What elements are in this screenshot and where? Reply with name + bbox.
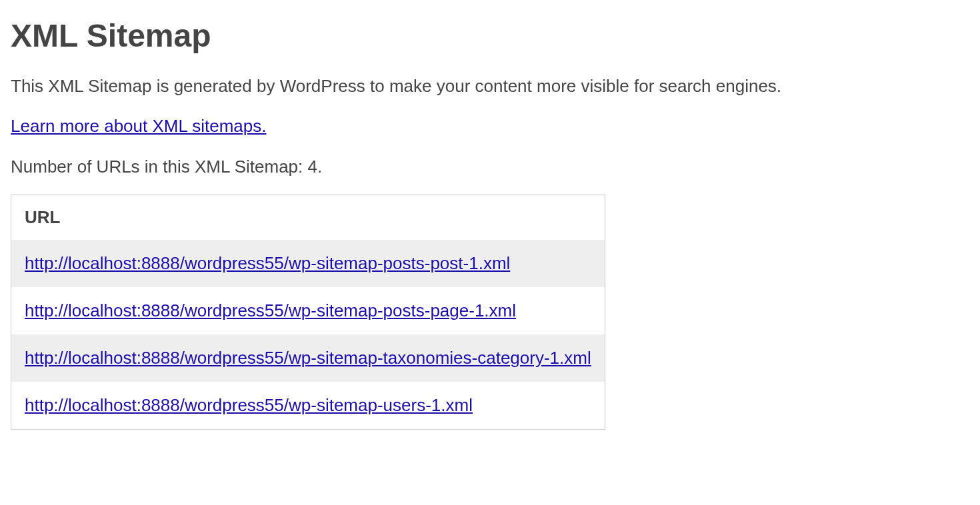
- sitemap-url-link[interactable]: http://localhost:8888/wordpress55/wp-sit…: [25, 348, 591, 368]
- page-title: XML Sitemap: [11, 17, 969, 54]
- table-cell-url: http://localhost:8888/wordpress55/wp-sit…: [11, 287, 605, 334]
- table-row: http://localhost:8888/wordpress55/wp-sit…: [11, 382, 605, 430]
- table-cell-url: http://localhost:8888/wordpress55/wp-sit…: [11, 334, 605, 382]
- table-row: http://localhost:8888/wordpress55/wp-sit…: [11, 240, 605, 287]
- table-row: http://localhost:8888/wordpress55/wp-sit…: [11, 287, 605, 334]
- table-row: http://localhost:8888/wordpress55/wp-sit…: [11, 334, 605, 382]
- table-cell-url: http://localhost:8888/wordpress55/wp-sit…: [11, 382, 605, 430]
- table-cell-url: http://localhost:8888/wordpress55/wp-sit…: [11, 240, 605, 287]
- sitemap-table: URL http://localhost:8888/wordpress55/wp…: [11, 195, 605, 430]
- table-header-url: URL: [11, 195, 605, 241]
- url-count-text: Number of URLs in this XML Sitemap: 4.: [11, 155, 969, 179]
- description-text: This XML Sitemap is generated by WordPre…: [11, 74, 969, 98]
- sitemap-url-link[interactable]: http://localhost:8888/wordpress55/wp-sit…: [25, 253, 510, 273]
- learn-more-link[interactable]: Learn more about XML sitemaps.: [11, 116, 266, 136]
- sitemap-url-link[interactable]: http://localhost:8888/wordpress55/wp-sit…: [25, 300, 516, 320]
- sitemap-url-link[interactable]: http://localhost:8888/wordpress55/wp-sit…: [25, 395, 473, 415]
